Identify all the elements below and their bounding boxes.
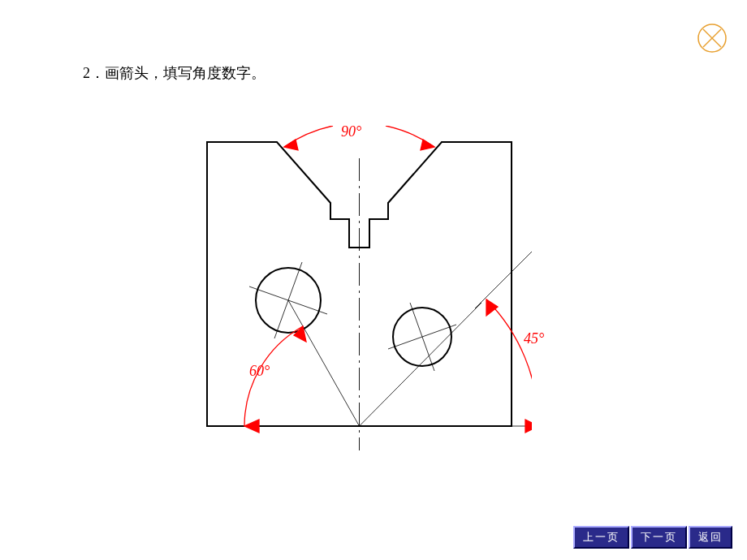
svg-line-11 bbox=[360, 303, 482, 426]
svg-line-10 bbox=[288, 300, 360, 426]
svg-marker-16 bbox=[244, 420, 259, 433]
instruction-text: 2．画箭头，填写角度数字。 bbox=[83, 63, 266, 83]
prev-button[interactable]: 上一页 bbox=[573, 526, 629, 549]
svg-marker-18 bbox=[525, 420, 532, 433]
technical-diagram: 90° 60° 45° bbox=[191, 126, 532, 467]
nav-bar: 上一页 下一页 返回 bbox=[573, 526, 732, 549]
svg-line-9 bbox=[410, 303, 434, 371]
svg-marker-19 bbox=[486, 299, 498, 316]
angle-90-label: 90° bbox=[341, 123, 361, 140]
angle-45-label: 45° bbox=[524, 330, 544, 347]
back-button[interactable]: 返回 bbox=[689, 526, 732, 549]
close-icon[interactable] bbox=[697, 23, 728, 54]
svg-line-13 bbox=[475, 242, 532, 308]
next-button[interactable]: 下一页 bbox=[631, 526, 687, 549]
angle-60-label: 60° bbox=[249, 363, 270, 380]
